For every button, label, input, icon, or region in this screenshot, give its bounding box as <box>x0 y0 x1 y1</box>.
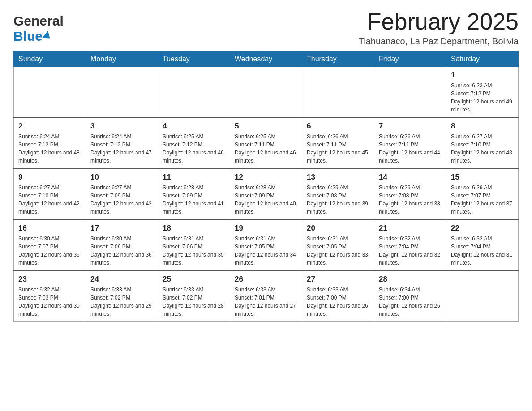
day-number: 17 <box>90 224 153 233</box>
calendar-cell: 10Sunrise: 6:27 AM Sunset: 7:09 PM Dayli… <box>86 169 158 220</box>
day-number: 5 <box>235 122 297 131</box>
calendar-week-row: 1Sunrise: 6:23 AM Sunset: 7:12 PM Daylig… <box>14 67 519 118</box>
calendar-cell: 17Sunrise: 6:30 AM Sunset: 7:06 PM Dayli… <box>86 220 158 271</box>
calendar-week-row: 16Sunrise: 6:30 AM Sunset: 7:07 PM Dayli… <box>14 220 519 271</box>
calendar-cell: 2Sunrise: 6:24 AM Sunset: 7:12 PM Daylig… <box>14 118 86 169</box>
day-info: Sunrise: 6:32 AM Sunset: 7:03 PM Dayligh… <box>18 286 81 318</box>
logo-arrow-icon <box>42 31 53 42</box>
day-info: Sunrise: 6:24 AM Sunset: 7:12 PM Dayligh… <box>18 133 81 165</box>
calendar-week-row: 9Sunrise: 6:27 AM Sunset: 7:10 PM Daylig… <box>14 169 519 220</box>
calendar-cell <box>230 67 302 118</box>
column-header-friday: Friday <box>374 51 446 67</box>
day-number: 7 <box>379 122 442 131</box>
calendar-cell: 27Sunrise: 6:33 AM Sunset: 7:00 PM Dayli… <box>302 271 374 322</box>
calendar-cell: 11Sunrise: 6:28 AM Sunset: 7:09 PM Dayli… <box>158 169 230 220</box>
calendar-cell: 13Sunrise: 6:29 AM Sunset: 7:08 PM Dayli… <box>302 169 374 220</box>
day-info: Sunrise: 6:27 AM Sunset: 7:10 PM Dayligh… <box>18 184 81 216</box>
day-info: Sunrise: 6:25 AM Sunset: 7:11 PM Dayligh… <box>235 133 297 165</box>
day-info: Sunrise: 6:33 AM Sunset: 7:02 PM Dayligh… <box>90 286 153 318</box>
day-info: Sunrise: 6:31 AM Sunset: 7:06 PM Dayligh… <box>163 235 225 267</box>
day-info: Sunrise: 6:27 AM Sunset: 7:09 PM Dayligh… <box>90 184 153 216</box>
calendar-cell: 4Sunrise: 6:25 AM Sunset: 7:12 PM Daylig… <box>158 118 230 169</box>
calendar-cell: 26Sunrise: 6:33 AM Sunset: 7:01 PM Dayli… <box>230 271 302 322</box>
day-number: 20 <box>307 224 369 233</box>
day-number: 14 <box>379 173 442 182</box>
day-info: Sunrise: 6:23 AM Sunset: 7:12 PM Dayligh… <box>451 81 514 114</box>
calendar-cell: 21Sunrise: 6:32 AM Sunset: 7:04 PM Dayli… <box>374 220 446 271</box>
day-number: 16 <box>18 224 81 233</box>
calendar-header-row: SundayMondayTuesdayWednesdayThursdayFrid… <box>14 51 519 67</box>
day-info: Sunrise: 6:34 AM Sunset: 7:00 PM Dayligh… <box>379 286 442 318</box>
calendar-table: SundayMondayTuesdayWednesdayThursdayFrid… <box>13 51 519 322</box>
day-info: Sunrise: 6:28 AM Sunset: 7:09 PM Dayligh… <box>163 184 225 216</box>
calendar-cell: 18Sunrise: 6:31 AM Sunset: 7:06 PM Dayli… <box>158 220 230 271</box>
day-number: 18 <box>163 224 225 233</box>
calendar-cell: 7Sunrise: 6:26 AM Sunset: 7:11 PM Daylig… <box>374 118 446 169</box>
day-info: Sunrise: 6:26 AM Sunset: 7:11 PM Dayligh… <box>307 133 369 165</box>
calendar-cell: 15Sunrise: 6:29 AM Sunset: 7:07 PM Dayli… <box>446 169 519 220</box>
day-info: Sunrise: 6:31 AM Sunset: 7:05 PM Dayligh… <box>307 235 369 267</box>
day-info: Sunrise: 6:33 AM Sunset: 7:01 PM Dayligh… <box>235 286 297 318</box>
day-info: Sunrise: 6:32 AM Sunset: 7:04 PM Dayligh… <box>379 235 442 267</box>
location-subtitle: Tiahuanaco, La Paz Department, Bolivia <box>359 36 519 47</box>
day-info: Sunrise: 6:25 AM Sunset: 7:12 PM Dayligh… <box>163 133 225 165</box>
calendar-cell <box>158 67 230 118</box>
calendar-cell <box>86 67 158 118</box>
calendar-cell: 25Sunrise: 6:33 AM Sunset: 7:02 PM Dayli… <box>158 271 230 322</box>
day-info: Sunrise: 6:26 AM Sunset: 7:11 PM Dayligh… <box>379 133 442 165</box>
day-number: 23 <box>18 275 81 284</box>
day-info: Sunrise: 6:30 AM Sunset: 7:06 PM Dayligh… <box>90 235 153 267</box>
day-info: Sunrise: 6:33 AM Sunset: 7:00 PM Dayligh… <box>307 286 369 318</box>
day-number: 6 <box>307 122 369 131</box>
day-number: 25 <box>163 275 225 284</box>
day-number: 1 <box>451 71 514 80</box>
day-info: Sunrise: 6:24 AM Sunset: 7:12 PM Dayligh… <box>90 133 153 165</box>
day-number: 8 <box>451 122 514 131</box>
calendar-cell: 3Sunrise: 6:24 AM Sunset: 7:12 PM Daylig… <box>86 118 158 169</box>
day-number: 11 <box>163 173 225 182</box>
day-number: 3 <box>90 122 153 131</box>
calendar-cell: 16Sunrise: 6:30 AM Sunset: 7:07 PM Dayli… <box>14 220 86 271</box>
calendar-cell: 22Sunrise: 6:32 AM Sunset: 7:04 PM Dayli… <box>446 220 519 271</box>
calendar-cell <box>14 67 86 118</box>
calendar-cell: 5Sunrise: 6:25 AM Sunset: 7:11 PM Daylig… <box>230 118 302 169</box>
calendar-cell <box>374 67 446 118</box>
day-number: 15 <box>451 173 514 182</box>
calendar-cell <box>446 271 519 322</box>
day-number: 12 <box>235 173 297 182</box>
calendar-cell: 14Sunrise: 6:29 AM Sunset: 7:08 PM Dayli… <box>374 169 446 220</box>
column-header-monday: Monday <box>86 51 158 67</box>
page-header: General Blue February 2025 Tiahuanaco, L… <box>13 9 519 47</box>
day-info: Sunrise: 6:32 AM Sunset: 7:04 PM Dayligh… <box>451 235 514 267</box>
day-number: 13 <box>307 173 369 182</box>
calendar-cell: 23Sunrise: 6:32 AM Sunset: 7:03 PM Dayli… <box>14 271 86 322</box>
day-info: Sunrise: 6:31 AM Sunset: 7:05 PM Dayligh… <box>235 235 297 267</box>
calendar-week-row: 23Sunrise: 6:32 AM Sunset: 7:03 PM Dayli… <box>14 271 519 322</box>
day-number: 21 <box>379 224 442 233</box>
day-number: 4 <box>163 122 225 131</box>
title-section: February 2025 Tiahuanaco, La Paz Departm… <box>359 9 519 47</box>
day-number: 24 <box>90 275 153 284</box>
calendar-cell: 6Sunrise: 6:26 AM Sunset: 7:11 PM Daylig… <box>302 118 374 169</box>
day-info: Sunrise: 6:29 AM Sunset: 7:08 PM Dayligh… <box>307 184 369 216</box>
day-info: Sunrise: 6:27 AM Sunset: 7:10 PM Dayligh… <box>451 133 514 165</box>
day-info: Sunrise: 6:29 AM Sunset: 7:07 PM Dayligh… <box>451 184 514 216</box>
column-header-saturday: Saturday <box>446 51 519 67</box>
calendar-cell: 1Sunrise: 6:23 AM Sunset: 7:12 PM Daylig… <box>446 67 519 118</box>
day-number: 9 <box>18 173 81 182</box>
logo-general: General <box>13 13 64 29</box>
month-title: February 2025 <box>359 9 519 34</box>
calendar-cell: 19Sunrise: 6:31 AM Sunset: 7:05 PM Dayli… <box>230 220 302 271</box>
day-number: 22 <box>451 224 514 233</box>
day-info: Sunrise: 6:29 AM Sunset: 7:08 PM Dayligh… <box>379 184 442 216</box>
calendar-cell: 28Sunrise: 6:34 AM Sunset: 7:00 PM Dayli… <box>374 271 446 322</box>
calendar-cell: 9Sunrise: 6:27 AM Sunset: 7:10 PM Daylig… <box>14 169 86 220</box>
column-header-tuesday: Tuesday <box>158 51 230 67</box>
day-info: Sunrise: 6:30 AM Sunset: 7:07 PM Dayligh… <box>18 235 81 267</box>
day-number: 19 <box>235 224 297 233</box>
calendar-cell: 20Sunrise: 6:31 AM Sunset: 7:05 PM Dayli… <box>302 220 374 271</box>
day-number: 10 <box>90 173 153 182</box>
calendar-week-row: 2Sunrise: 6:24 AM Sunset: 7:12 PM Daylig… <box>14 118 519 169</box>
calendar-cell <box>302 67 374 118</box>
day-info: Sunrise: 6:33 AM Sunset: 7:02 PM Dayligh… <box>163 286 225 318</box>
